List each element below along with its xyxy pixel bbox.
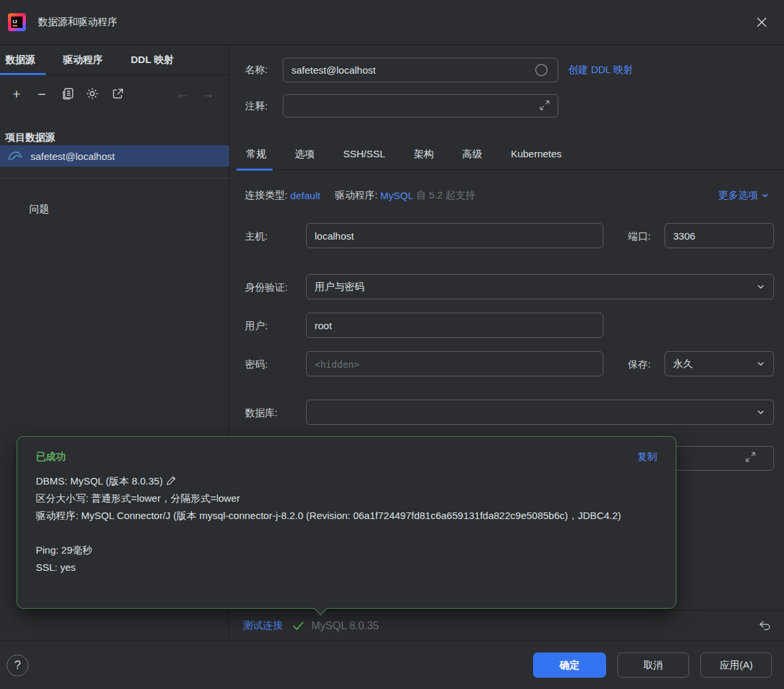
left-tab-strip: 数据源 驱动程序 DDL 映射 xyxy=(0,46,228,75)
forward-icon[interactable]: → xyxy=(198,84,218,104)
tab-general[interactable]: 常规 xyxy=(246,139,266,170)
password-label: 密码: xyxy=(245,358,268,371)
intellij-logo-icon: IJ xyxy=(8,13,26,31)
create-ddl-mapping-link[interactable]: 创建 DDL 映射 xyxy=(568,64,633,76)
copy-link[interactable]: 复制 xyxy=(637,451,657,463)
test-status-text: MySQL 8.0.35 xyxy=(311,620,379,632)
case-sensitivity-line: 区分大小写: 普通形式=lower，分隔形式=lower xyxy=(36,490,637,507)
user-input[interactable] xyxy=(306,313,603,338)
datasource-name: safetest@localhost xyxy=(31,151,115,162)
dialog-title: 数据源和驱动程序 xyxy=(38,16,118,29)
driver-label: 驱动程序: xyxy=(335,189,377,202)
driver-info-line: 驱动程序: MySQL Connector/J (版本 mysql-connec… xyxy=(36,507,637,524)
tab-advanced[interactable]: 高级 xyxy=(462,139,482,170)
auth-label: 身份验证: xyxy=(245,281,287,294)
cancel-button[interactable]: 取消 xyxy=(617,652,689,678)
footer: ? 确定 取消 应用(A) xyxy=(0,641,784,689)
save-label: 保存: xyxy=(628,358,651,371)
settings-tab-strip: 常规 选项 SSH/SSL 架构 高级 Kubernetes xyxy=(230,139,784,170)
host-input[interactable] xyxy=(306,223,603,248)
settings-gear-icon[interactable] xyxy=(82,84,102,104)
connection-type-value-link[interactable]: default xyxy=(290,190,320,201)
name-label: 名称: xyxy=(245,64,268,76)
test-connection-link[interactable]: 测试连接 xyxy=(243,619,283,632)
port-label: 端口: xyxy=(628,230,651,243)
edit-pencil-icon[interactable] xyxy=(166,476,176,486)
auth-select[interactable]: 用户与密码 xyxy=(306,274,774,299)
chevron-down-icon xyxy=(756,359,765,368)
test-connection-bar: 测试连接 MySQL 8.0.35 xyxy=(230,610,784,641)
add-icon[interactable]: + xyxy=(7,84,27,104)
driver-value-link[interactable]: MySQL xyxy=(380,190,414,201)
tab-schemas[interactable]: 架构 xyxy=(414,139,433,170)
popup-body: DBMS: MySQL (版本 8.0.35) 区分大小写: 普通形式=lowe… xyxy=(36,473,637,576)
ok-button[interactable]: 确定 xyxy=(533,652,606,678)
popup-title: 已成功 xyxy=(36,451,66,463)
host-label: 主机: xyxy=(245,230,268,243)
help-icon[interactable]: ? xyxy=(7,654,29,676)
port-input[interactable] xyxy=(665,223,774,248)
password-input[interactable] xyxy=(306,351,603,376)
database-select[interactable] xyxy=(306,400,774,425)
datasource-tree-item-selected[interactable]: safetest@localhost xyxy=(0,145,229,167)
user-label: 用户: xyxy=(245,320,268,333)
data-sources-dialog: IJ 数据源和驱动程序 数据源 驱动程序 DDL 映射 + − xyxy=(0,0,784,689)
expand-icon[interactable] xyxy=(745,451,756,463)
tab-data-sources[interactable]: 数据源 xyxy=(5,46,35,75)
back-icon[interactable]: ← xyxy=(173,84,193,104)
ping-line: Ping: 29毫秒 xyxy=(36,542,637,559)
comment-label: 注释: xyxy=(245,100,268,113)
duplicate-icon[interactable] xyxy=(57,84,77,104)
expand-icon[interactable] xyxy=(539,100,550,111)
tab-ddl-mappings[interactable]: DDL 映射 xyxy=(131,46,174,75)
tab-options[interactable]: 选项 xyxy=(295,139,315,170)
tab-drivers[interactable]: 驱动程序 xyxy=(63,46,103,75)
success-check-icon xyxy=(292,621,305,631)
tab-kubernetes[interactable]: Kubernetes xyxy=(510,139,562,170)
remove-icon[interactable]: − xyxy=(32,84,52,104)
chevron-down-icon xyxy=(756,282,765,291)
close-icon[interactable] xyxy=(753,15,769,31)
mysql-dolphin-icon xyxy=(8,150,23,162)
tab-ssh-ssl[interactable]: SSH/SSL xyxy=(343,139,385,170)
left-divider xyxy=(0,178,229,179)
problems-section-label[interactable]: 问题 xyxy=(29,203,49,216)
open-in-new-icon[interactable] xyxy=(108,84,127,104)
connection-type-row: 连接类型: default 驱动程序: MySQL 自 5.2 起支持 更多选项 xyxy=(245,189,769,202)
database-label: 数据库: xyxy=(245,407,277,420)
name-status-circle-icon xyxy=(535,64,548,76)
chevron-down-icon xyxy=(761,191,769,200)
undo-icon[interactable] xyxy=(757,620,772,632)
more-options-link[interactable]: 更多选项 xyxy=(718,189,769,202)
save-select[interactable]: 永久 xyxy=(665,351,774,376)
project-data-sources-label: 项目数据源 xyxy=(5,131,55,144)
chevron-down-icon xyxy=(756,408,765,417)
datasource-toolbar: + − ← → xyxy=(0,75,228,112)
connection-type-label: 连接类型: xyxy=(245,189,287,202)
comment-input[interactable] xyxy=(283,94,558,117)
name-input[interactable] xyxy=(283,58,558,82)
dbms-line: DBMS: MySQL (版本 8.0.35) xyxy=(36,473,637,490)
test-success-popup: 已成功 复制 DBMS: MySQL (版本 8.0.35) 区分大小写: 普通… xyxy=(17,436,676,609)
apply-button[interactable]: 应用(A) xyxy=(700,652,772,678)
driver-note: 自 5.2 起支持 xyxy=(416,189,475,202)
titlebar: IJ 数据源和驱动程序 xyxy=(0,0,784,45)
ssl-line: SSL: yes xyxy=(36,559,637,576)
